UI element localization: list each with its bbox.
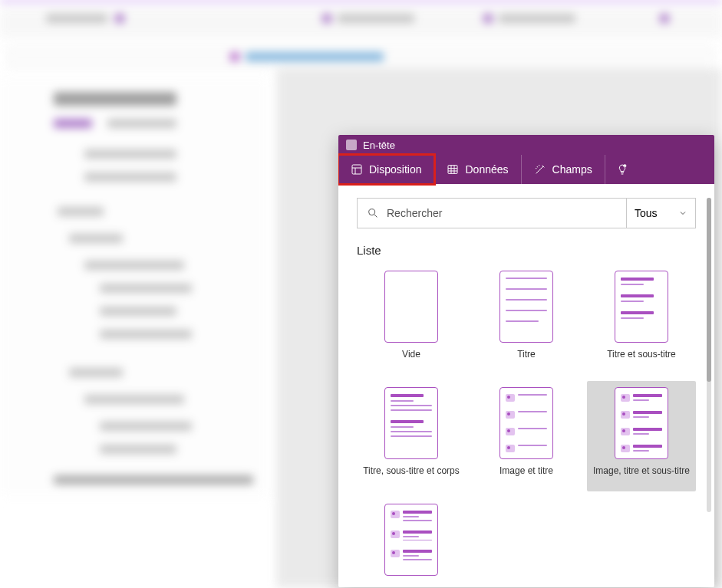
layout-tiles-grid: Vide Titre Titre et sous-titre xyxy=(357,268,696,587)
layout-tile-titre[interactable]: Titre xyxy=(472,268,581,375)
lightbulb-icon: + xyxy=(616,163,628,176)
layout-tile-extra[interactable] xyxy=(357,501,466,587)
tab-ideas[interactable]: + xyxy=(605,155,639,184)
tab-disposition[interactable]: Disposition xyxy=(338,155,434,184)
search-filter-row: Tous xyxy=(357,198,696,228)
tab-label: Champs xyxy=(552,163,592,176)
section-title: Liste xyxy=(357,244,696,257)
tab-champs[interactable]: Champs xyxy=(522,155,605,184)
panel-title: En-tête xyxy=(363,140,395,151)
search-icon xyxy=(367,207,379,219)
chevron-down-icon xyxy=(678,209,687,218)
tile-thumbnail xyxy=(615,387,668,459)
tab-donnees[interactable]: Données xyxy=(434,155,521,184)
layout-icon xyxy=(351,163,363,176)
tile-thumbnail xyxy=(615,271,668,343)
tile-thumbnail xyxy=(384,504,438,576)
svg-line-11 xyxy=(374,215,377,217)
scrollbar-thumb[interactable] xyxy=(707,198,711,382)
data-table-icon xyxy=(447,163,459,176)
tile-label: Titre et sous-titre xyxy=(607,349,676,372)
tab-label: Données xyxy=(465,163,508,176)
panel-tab-strip: Disposition Données Champs + xyxy=(338,155,714,184)
tile-label: Titre xyxy=(517,349,536,372)
tile-label: Titre, sous-titre et corps xyxy=(363,465,460,488)
tile-thumbnail xyxy=(384,387,438,459)
svg-text:+: + xyxy=(624,165,625,168)
tile-label: Vide xyxy=(402,349,420,372)
panel-body: Tous Liste Vide Titre xyxy=(338,184,714,587)
panel-titlebar: En-tête xyxy=(338,135,714,155)
fields-wand-icon xyxy=(534,163,546,176)
svg-point-10 xyxy=(369,209,375,215)
search-input[interactable] xyxy=(387,207,617,219)
tile-label: Image et titre xyxy=(499,465,553,488)
tab-label: Disposition xyxy=(369,163,421,176)
tile-label: Image, titre et sous-titre xyxy=(593,465,690,488)
layout-tile-titre-sous-titre-corps[interactable]: Titre, sous-titre et corps xyxy=(357,384,466,491)
layout-tile-image-titre-sous-titre[interactable]: Image, titre et sous-titre xyxy=(587,381,696,491)
layout-flyout-panel: En-tête Disposition Données Champs + Tou… xyxy=(338,135,714,587)
filter-selected-label: Tous xyxy=(635,207,658,219)
layout-tile-image-titre[interactable]: Image et titre xyxy=(472,384,581,491)
panel-title-icon xyxy=(346,140,357,150)
tile-label xyxy=(410,582,412,587)
layout-tile-titre-sous-titre[interactable]: Titre et sous-titre xyxy=(587,268,696,375)
svg-rect-0 xyxy=(352,165,361,174)
filter-dropdown[interactable]: Tous xyxy=(626,199,695,228)
tile-thumbnail xyxy=(384,271,438,343)
tile-thumbnail xyxy=(499,271,553,343)
layout-tile-vide[interactable]: Vide xyxy=(357,268,466,375)
search-box[interactable] xyxy=(358,199,626,228)
svg-rect-3 xyxy=(448,166,457,174)
tile-thumbnail xyxy=(499,387,553,459)
